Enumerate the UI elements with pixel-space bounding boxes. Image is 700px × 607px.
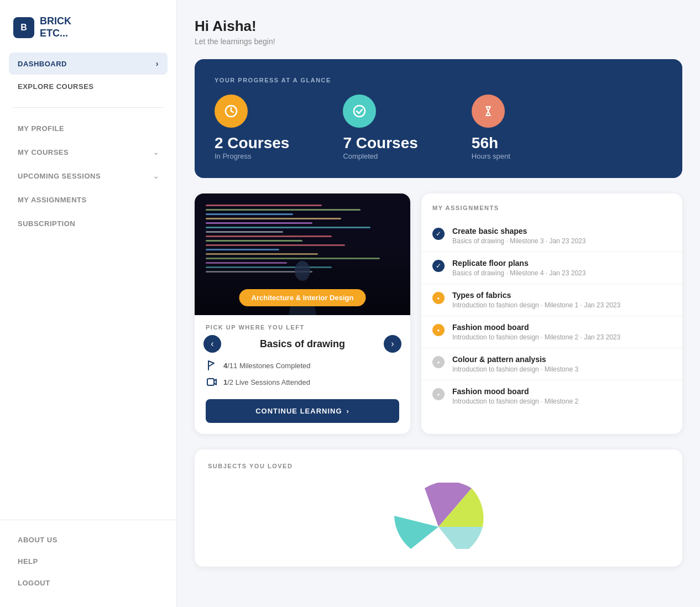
milestones-label: Milestones Completed [239,362,311,370]
video-icon [206,376,218,388]
assignment-meta-1: Basics of drawing · Milestone 3 · Jan 23… [452,237,671,245]
caret-down-icon: ⌄ [153,149,159,156]
assignment-meta-3: Introduction to fashion design · Milesto… [452,301,671,309]
sessions-label: Live Sessions Attended [236,378,310,386]
stat-icon-circle-orange [215,95,248,128]
main-content: Hi Aisha! Let the learnings begin! YOUR … [177,0,700,607]
svg-rect-3 [207,379,214,385]
stat-hours: 56h Hours spent [472,95,510,160]
sidebar-item-dashboard[interactable]: DASHBOARD › [9,53,168,75]
flag-icon [206,359,218,371]
assignment-item-5[interactable]: ● Colour & pattern analysis Introduction… [421,348,682,380]
pie-chart-container [208,478,669,553]
assignment-name-5: Colour & pattern analysis [452,355,671,364]
pickup-course-name: Basics of drawing [260,338,345,350]
stat-completed: 7 Courses Completed [343,95,417,160]
greeting-subtitle: Let the learnings begin! [195,37,682,46]
sidebar-item-sessions[interactable]: UPCOMING SESSIONS ⌄ [9,164,168,188]
caret-down-icon-2: ⌄ [153,172,159,180]
assignment-meta-4: Introduction to fashion design · Milesto… [452,333,671,341]
subjects-title: SUBJECTS YOU LOVED [208,463,669,469]
assignment-name-1: Create basic shapes [452,227,671,236]
pickup-card: Architecture & Interior Design PICK UP W… [195,193,410,434]
sidebar-item-subscription[interactable]: SUBSCRIPTION [9,212,168,236]
continue-learning-button[interactable]: CONTINUE LEARNING › [206,399,399,423]
sidebar-item-about[interactable]: ABOUT US [9,529,168,551]
progress-label: YOUR PROGRESS AT A GLANCE [215,77,662,83]
stat-icon-circle-teal [343,95,376,128]
nav-divider-1 [13,107,163,108]
assignment-name-4: Fashion mood board [452,323,671,332]
check-icon [352,103,367,119]
subjects-pie-chart [350,483,527,549]
stat-desc-in-progress: In Progress [215,152,251,160]
assignment-status-dot-5: ● [432,356,445,368]
chevron-right-icon: › [156,59,159,68]
assignment-item-3[interactable]: ● Types of fabrics Introduction to fashi… [421,284,682,316]
greeting-title: Hi Aisha! [195,18,682,35]
pickup-milestones-row: 4/11 Milestones Completed [206,359,399,371]
assignment-item-4[interactable]: ● Fashion mood board Introduction to fas… [421,316,682,348]
assignment-name-3: Types of fabrics [452,291,671,300]
milestones-total: 11 [229,362,237,370]
pickup-stats: 4/11 Milestones Completed 1/2 Live Sessi… [195,353,410,395]
stat-number-in-progress: 2 Courses [215,134,289,152]
assignment-status-dot-1: ✓ [432,228,445,240]
sidebar-item-logout[interactable]: LOGOUT [9,572,168,594]
assignment-status-dot-4: ● [432,324,445,336]
hourglass-icon [480,103,496,119]
pickup-image: Architecture & Interior Design [195,193,410,315]
assignment-name-6: Fashion mood board [452,387,671,396]
assignment-meta-2: Basics of drawing · Milestone 4 · Jan 23… [452,269,671,277]
pickup-prev-button[interactable]: ‹ [203,335,221,353]
milestones-completed: 4 [223,362,227,370]
pickup-sessions-row: 1/2 Live Sessions Attended [206,376,399,388]
assignment-item-1[interactable]: ✓ Create basic shapes Basics of drawing … [421,220,682,252]
assignment-name-2: Replicate floor plans [452,259,671,268]
assignment-status-dot-2: ✓ [432,260,445,272]
sidebar-item-courses[interactable]: MY COURSES ⌄ [9,140,168,164]
sidebar-item-assignments[interactable]: MY ASSIGNMENTS [9,188,168,212]
sidebar: B BRICK ETC... DASHBOARD › EXPLORE COURS… [0,0,177,607]
nav-bottom: ABOUT US HELP LOGOUT [0,520,176,607]
assignments-panel: MY ASSIGNMENTS ✓ Create basic shapes Bas… [421,193,682,434]
stat-number-hours: 56h [472,134,498,152]
stat-icon-circle-salmon [472,95,505,128]
assignment-item-6[interactable]: ● Fashion mood board Introduction to fas… [421,380,682,412]
progress-card: YOUR PROGRESS AT A GLANCE 2 Courses In P… [195,59,682,178]
logo-text: BRICK ETC... [40,15,71,39]
stat-desc-hours: Hours spent [472,152,510,160]
nav-top: DASHBOARD › EXPLORE COURSES [0,53,176,98]
assignment-meta-6: Introduction to fashion design · Milesto… [452,397,671,405]
nav-mid: MY PROFILE MY COURSES ⌄ UPCOMING SESSION… [0,117,176,236]
svg-point-1 [354,106,365,117]
logo-icon: B [13,17,34,38]
assignment-status-dot-6: ● [432,388,445,400]
subjects-section: SUBJECTS YOU LOVED [195,449,682,567]
assignment-status-dot-3: ● [432,292,445,304]
pickup-nav-row: ‹ Basics of drawing › [195,331,410,353]
arrow-right-icon: › [347,407,349,415]
assignment-item-2[interactable]: ✓ Replicate floor plans Basics of drawin… [421,252,682,284]
sessions-total: 2 [229,378,233,386]
pickup-next-button[interactable]: › [384,335,401,353]
clock-icon [223,103,239,119]
sessions-done: 1 [223,378,227,386]
assignments-panel-title: MY ASSIGNMENTS [421,205,682,220]
sidebar-item-help[interactable]: HELP [9,551,168,572]
pickup-course-tag: Architecture & Interior Design [239,289,366,306]
stat-desc-completed: Completed [343,152,378,160]
stat-in-progress: 2 Courses In Progress [215,95,289,160]
logo-container: B BRICK ETC... [0,0,176,53]
assignment-meta-5: Introduction to fashion design · Milesto… [452,365,671,373]
pickup-heading: PICK UP WHERE YOU LEFT [195,315,410,331]
sidebar-item-explore[interactable]: EXPLORE COURSES [9,76,168,97]
stat-number-completed: 7 Courses [343,134,417,152]
sidebar-item-profile[interactable]: MY PROFILE [9,117,168,140]
